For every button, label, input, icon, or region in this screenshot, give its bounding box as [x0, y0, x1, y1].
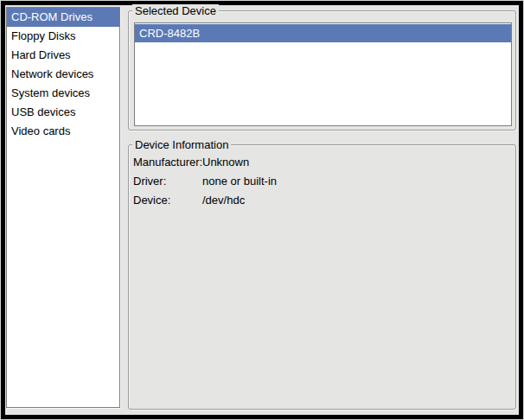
info-field-value: Unknown	[202, 156, 249, 175]
hardware-browser-window: CD-ROM DrivesFloppy DisksHard DrivesNetw…	[1, 1, 523, 419]
sidebar-item-floppy-disks[interactable]: Floppy Disks	[7, 27, 119, 46]
info-field-label: Device:	[133, 194, 202, 213]
device-category-list: CD-ROM DrivesFloppy DisksHard DrivesNetw…	[6, 7, 120, 408]
info-field-value: none or built-in	[202, 175, 277, 194]
device-item-crd-8482b[interactable]: CRD-8482B	[135, 24, 511, 42]
device-information-frame-title: Device Information	[132, 138, 231, 151]
sidebar-item-system-devices[interactable]: System devices	[7, 84, 119, 103]
info-field-label: Driver:	[133, 175, 202, 194]
sidebar-item-cd-rom-drives[interactable]: CD-ROM Drives	[7, 8, 119, 27]
device-information-frame: Device Information Manufacturer:UnknownD…	[128, 144, 516, 410]
info-row-device: Device:/dev/hdc	[133, 194, 511, 213]
info-field-label: Manufacturer:	[133, 156, 202, 175]
selected-device-frame: Selected Device CRD-8482B	[128, 10, 516, 130]
sidebar-item-hard-drives[interactable]: Hard Drives	[7, 46, 119, 65]
info-row-driver: Driver:none or built-in	[133, 175, 511, 194]
device-information-fields: Manufacturer:UnknownDriver:none or built…	[133, 156, 511, 213]
sidebar-item-usb-devices[interactable]: USB devices	[7, 103, 119, 122]
info-row-manufacturer: Manufacturer:Unknown	[133, 156, 511, 175]
sidebar-item-video-cards[interactable]: Video cards	[7, 122, 119, 141]
selected-device-frame-title: Selected Device	[132, 4, 219, 17]
info-field-value: /dev/hdc	[202, 194, 245, 213]
selected-device-list: CRD-8482B	[134, 22, 512, 126]
sidebar-item-network-devices[interactable]: Network devices	[7, 65, 119, 84]
